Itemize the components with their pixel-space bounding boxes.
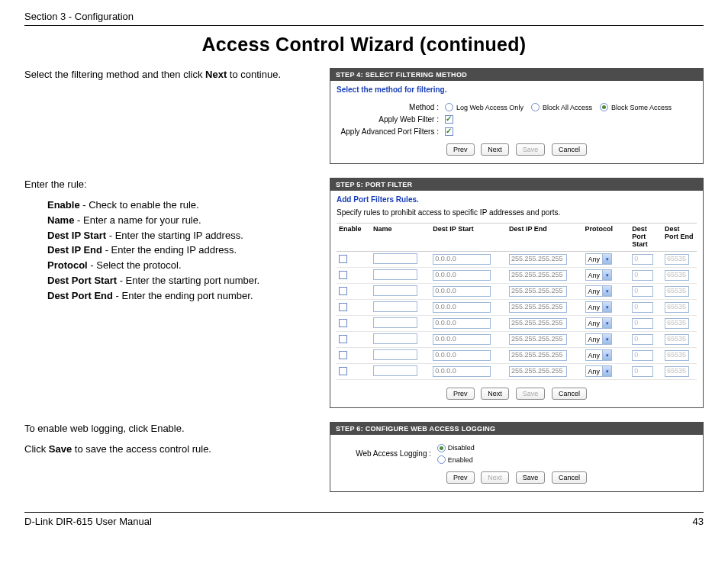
- row-port-start-input[interactable]: 0: [632, 366, 653, 377]
- row-port-end-input[interactable]: 65535: [665, 286, 689, 297]
- row-ip-end-input[interactable]: 255.255.255.255: [509, 254, 567, 265]
- row-ip-start-input[interactable]: 0.0.0.0: [433, 302, 491, 313]
- row-ip-start-input[interactable]: 0.0.0.0: [433, 334, 491, 345]
- rule-def-term: Enable: [47, 199, 80, 211]
- step5-prev-button[interactable]: Prev: [446, 388, 475, 400]
- th-enable: Enable: [337, 224, 371, 252]
- step4-prev-button[interactable]: Prev: [446, 143, 475, 156]
- row-protocol-select[interactable]: Any▾: [585, 301, 613, 313]
- step5-next-button[interactable]: Next: [481, 388, 509, 400]
- row-enable-checkbox[interactable]: [339, 255, 347, 263]
- radio-block-all[interactable]: [531, 103, 540, 111]
- step6-prev-button[interactable]: Prev: [446, 471, 475, 484]
- rule-def: Dest Port End - Enter the ending port nu…: [47, 289, 316, 304]
- apply-port-label: Apply Advanced Port Filters :: [337, 127, 445, 136]
- row-ip-end-input[interactable]: 255.255.255.255: [509, 334, 567, 345]
- row-protocol-select[interactable]: Any▾: [585, 317, 613, 329]
- row-port-start-input[interactable]: 0: [632, 254, 653, 265]
- rule-def-desc: - Enter the ending port number.: [113, 290, 253, 301]
- radio-log-web-label: Log Web Access Only: [456, 104, 523, 111]
- row-port-end-input[interactable]: 65535: [665, 302, 689, 313]
- row-ip-end-input[interactable]: 255.255.255.255: [509, 318, 567, 329]
- rule-def: Protocol - Select the protocol.: [47, 259, 316, 273]
- row-protocol-select[interactable]: Any▾: [585, 253, 613, 265]
- row-ip-start-input[interactable]: 0.0.0.0: [433, 366, 491, 377]
- row-port-start-input[interactable]: 0: [632, 302, 653, 313]
- row-name-input[interactable]: [373, 365, 417, 376]
- port-filter-table: Enable Name Dest IP Start Dest IP End Pr…: [337, 223, 697, 380]
- method-options: Log Web Access Only Block All Access Blo…: [445, 103, 697, 111]
- row-ip-start-input[interactable]: 0.0.0.0: [433, 270, 491, 281]
- row-name-input[interactable]: [373, 333, 417, 344]
- radio-enabled-label: Enabled: [448, 456, 473, 464]
- rule-intro: Enter the rule:: [24, 178, 316, 192]
- radio-enabled[interactable]: [437, 455, 446, 464]
- row-port-start-input[interactable]: 0: [632, 286, 653, 297]
- step5-save-button[interactable]: Save: [516, 388, 546, 400]
- row-enable-checkbox[interactable]: [339, 319, 347, 327]
- radio-disabled-label: Disabled: [448, 444, 475, 452]
- row-enable-checkbox[interactable]: [339, 303, 347, 311]
- step6-next-button[interactable]: Next: [481, 471, 509, 484]
- row-name-input[interactable]: [373, 285, 417, 296]
- row-port-start-input[interactable]: 0: [632, 350, 653, 361]
- row-port-end-input[interactable]: 65535: [665, 270, 689, 281]
- row-name-input[interactable]: [373, 301, 417, 312]
- th-port-start: Dest Port Start: [630, 224, 662, 252]
- radio-disabled[interactable]: [437, 444, 446, 452]
- row-protocol-select[interactable]: Any▾: [585, 269, 613, 281]
- row-name-input[interactable]: [373, 317, 417, 328]
- radio-block-some[interactable]: [600, 103, 608, 111]
- row-enable-checkbox[interactable]: [339, 351, 347, 359]
- row-ip-end-input[interactable]: 255.255.255.255: [509, 302, 567, 313]
- row-ip-start-input[interactable]: 0.0.0.0: [433, 254, 491, 265]
- rule-def-term: Name: [47, 214, 74, 226]
- row-enable-checkbox[interactable]: [339, 335, 347, 343]
- step6-cancel-button[interactable]: Cancel: [552, 471, 587, 484]
- row-protocol-select[interactable]: Any▾: [585, 365, 613, 377]
- apply-port-checkbox[interactable]: [445, 127, 453, 136]
- step4-cancel-button[interactable]: Cancel: [552, 143, 587, 156]
- row-name-input[interactable]: [373, 253, 417, 264]
- row-ip-end-input[interactable]: 255.255.255.255: [509, 350, 567, 361]
- row-ip-start-input[interactable]: 0.0.0.0: [433, 350, 491, 361]
- step5-header: STEP 5: PORT FILTER: [330, 179, 703, 191]
- radio-log-web[interactable]: [445, 103, 453, 111]
- row-port-start-input[interactable]: 0: [632, 270, 653, 281]
- step5-cancel-button[interactable]: Cancel: [552, 388, 587, 400]
- section-header: Section 3 - Configuration: [24, 11, 704, 26]
- row-enable-checkbox[interactable]: [339, 367, 347, 375]
- row-name-input[interactable]: [373, 269, 417, 280]
- row-ip-end-input[interactable]: 255.255.255.255: [509, 270, 567, 281]
- row-ip-start-input[interactable]: 0.0.0.0: [433, 318, 491, 329]
- row-port-end-input[interactable]: 65535: [665, 350, 689, 361]
- row-protocol-select[interactable]: Any▾: [585, 333, 613, 345]
- apply-web-checkbox[interactable]: [445, 115, 453, 124]
- row-port-start-input[interactable]: 0: [632, 318, 653, 329]
- row-protocol-select[interactable]: Any▾: [585, 349, 613, 361]
- row-port-end-input[interactable]: 65535: [665, 366, 689, 377]
- row-port-start-input[interactable]: 0: [632, 334, 653, 345]
- th-protocol: Protocol: [583, 224, 630, 252]
- row-port-end-input[interactable]: 65535: [665, 334, 689, 345]
- intro-bold: Next: [205, 69, 227, 80]
- logging-p2: Click Save to save the access control ru…: [24, 442, 316, 457]
- page-title: Access Control Wizard (continued): [24, 34, 704, 56]
- step6-save-button[interactable]: Save: [516, 471, 546, 484]
- step4-next-button[interactable]: Next: [481, 143, 509, 156]
- row-ip-end-input[interactable]: 255.255.255.255: [509, 286, 567, 297]
- row-name-input[interactable]: [373, 349, 417, 360]
- rule-def-desc: - Check to enable the rule.: [80, 199, 199, 211]
- table-row: 0.0.0.0255.255.255.255Any▾065535: [337, 283, 697, 299]
- chevron-down-icon: ▾: [602, 350, 611, 360]
- row-enable-checkbox[interactable]: [339, 287, 347, 295]
- row-ip-end-input[interactable]: 255.255.255.255: [509, 366, 567, 377]
- row-enable-checkbox[interactable]: [339, 271, 347, 279]
- step4-save-button[interactable]: Save: [516, 143, 546, 156]
- step5-desc: Specify rules to prohibit access to spec…: [337, 208, 697, 217]
- row-protocol-select[interactable]: Any▾: [585, 285, 613, 297]
- rule-def-term: Dest IP End: [47, 244, 102, 256]
- row-port-end-input[interactable]: 65535: [665, 318, 689, 329]
- row-port-end-input[interactable]: 65535: [665, 254, 689, 265]
- row-ip-start-input[interactable]: 0.0.0.0: [433, 286, 491, 297]
